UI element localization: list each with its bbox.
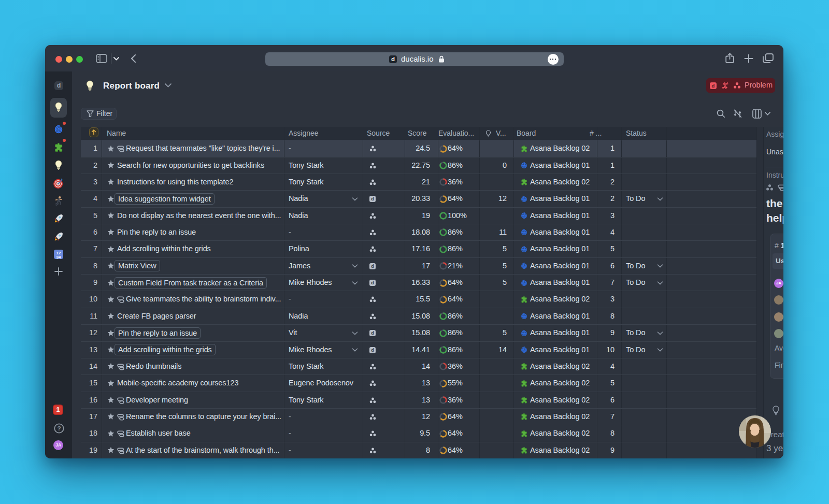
svg-text:d: d	[371, 196, 374, 201]
svg-text:d: d	[371, 264, 374, 269]
svg-text:d: d	[371, 330, 374, 336]
svg-text:?: ?	[58, 425, 61, 431]
svg-text:d: d	[371, 348, 374, 353]
svg-text:d: d	[712, 82, 715, 88]
svg-text:d: d	[371, 280, 374, 285]
svg-text:34: 34	[56, 255, 61, 260]
